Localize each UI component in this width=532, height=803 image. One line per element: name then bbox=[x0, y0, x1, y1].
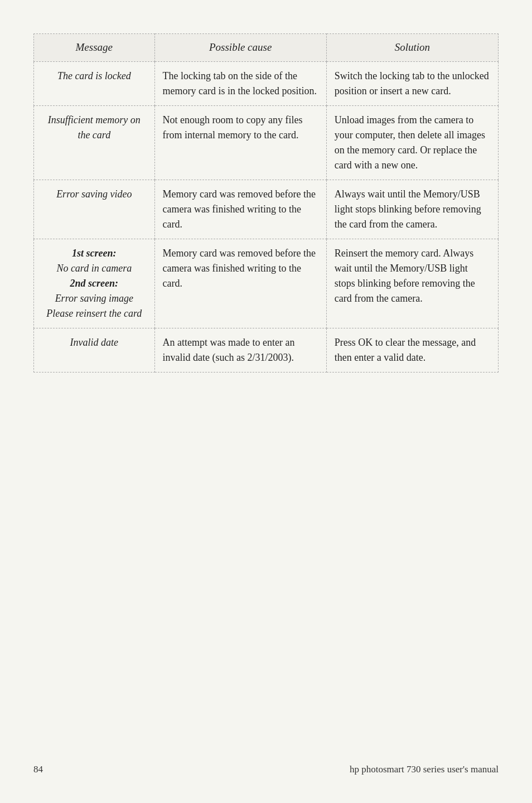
cause-cell: Memory card was removed before the camer… bbox=[154, 239, 326, 328]
message-text-4: Error saving image bbox=[55, 293, 133, 304]
cause-cell: An attempt was made to enter an invalid … bbox=[154, 328, 326, 372]
message-bold-1: 1st screen: bbox=[72, 248, 117, 259]
cause-cell: The locking tab on the side of the memor… bbox=[154, 61, 326, 105]
table-wrapper: Message Possible cause Solution The card… bbox=[33, 33, 499, 373]
message-cell: Insufficient memory on the card bbox=[34, 105, 155, 180]
solution-cell: Press OK to clear the message, and then … bbox=[326, 328, 498, 372]
message-text-2: No card in camera bbox=[56, 263, 132, 274]
header-solution: Solution bbox=[326, 34, 498, 62]
page-footer: 84 hp photosmart 730 series user's manua… bbox=[33, 764, 499, 775]
header-cause: Possible cause bbox=[154, 34, 326, 62]
table-row: Insufficient memory on the card Not enou… bbox=[34, 105, 499, 180]
message-cell: Error saving video bbox=[34, 180, 155, 239]
table-row: 1st screen: No card in camera 2nd screen… bbox=[34, 239, 499, 328]
solution-cell: Switch the locking tab to the unlocked p… bbox=[326, 61, 498, 105]
message-text-5: Please reinsert the card bbox=[46, 308, 142, 319]
message-bold-3: 2nd screen: bbox=[70, 278, 119, 289]
message-cell: Invalid date bbox=[34, 328, 155, 372]
table-row: Invalid date An attempt was made to ente… bbox=[34, 328, 499, 372]
cause-cell: Not enough room to copy any files from i… bbox=[154, 105, 326, 180]
message-cell: The card is locked bbox=[34, 61, 155, 105]
page-container: Message Possible cause Solution The card… bbox=[0, 0, 532, 803]
solution-cell: Reinsert the memory card. Always wait un… bbox=[326, 239, 498, 328]
table-row: Error saving video Memory card was remov… bbox=[34, 180, 499, 239]
error-messages-table: Message Possible cause Solution The card… bbox=[33, 33, 499, 373]
solution-cell: Always wait until the Memory/USB light s… bbox=[326, 180, 498, 239]
page-number: 84 bbox=[33, 764, 43, 775]
footer-title: hp photosmart 730 series user's manual bbox=[350, 764, 499, 775]
solution-cell: Unload images from the camera to your co… bbox=[326, 105, 498, 180]
table-header-row: Message Possible cause Solution bbox=[34, 34, 499, 62]
table-row: The card is locked The locking tab on th… bbox=[34, 61, 499, 105]
cause-cell: Memory card was removed before the camer… bbox=[154, 180, 326, 239]
header-message: Message bbox=[34, 34, 155, 62]
message-cell: 1st screen: No card in camera 2nd screen… bbox=[34, 239, 155, 328]
